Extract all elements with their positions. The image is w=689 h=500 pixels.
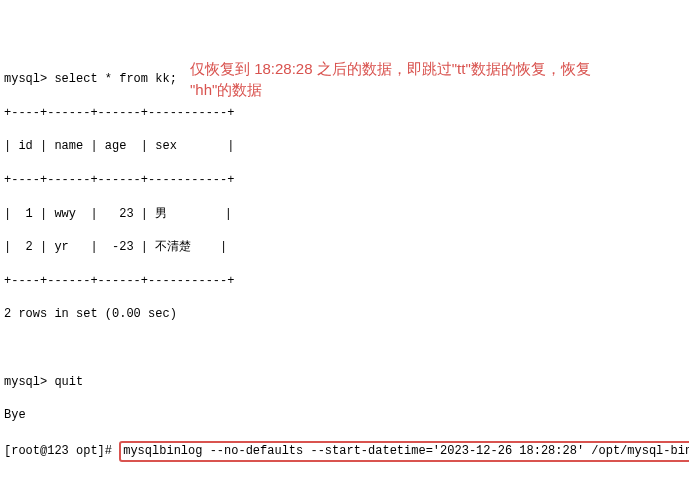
binlog-command-highlight: mysqlbinlog --no-defaults --start-dateti… xyxy=(119,441,689,462)
table-row: | 2 | yr | -23 | 不清楚 | xyxy=(4,239,685,256)
shell-line: [root@123 opt]# mysqlbinlog --no-default… xyxy=(4,441,685,462)
row-count: 2 rows in set (0.00 sec) xyxy=(4,306,685,323)
table-row: | 1 | wwy | 23 | 男 | xyxy=(4,206,685,223)
annotation-text: 仅恢复到 18:28:28 之后的数据，即跳过"tt"数据的恢复，恢复 "hh"… xyxy=(190,58,670,100)
bye-msg: Bye xyxy=(4,407,685,424)
quit-cmd: mysql> quit xyxy=(4,374,685,391)
table-header: | id | name | age | sex | xyxy=(4,138,685,155)
table-sep: +----+------+------+-----------+ xyxy=(4,172,685,189)
table-sep: +----+------+------+-----------+ xyxy=(4,273,685,290)
table-sep: +----+------+------+-----------+ xyxy=(4,105,685,122)
